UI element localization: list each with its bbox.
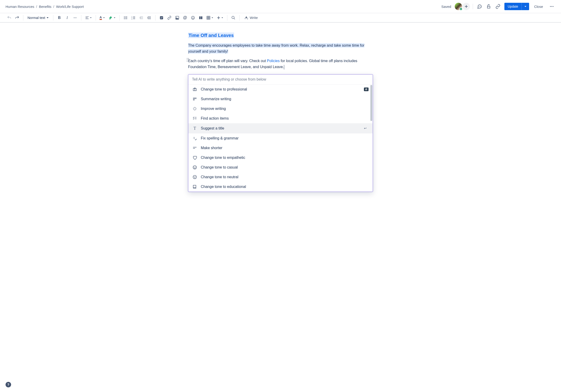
more-formatting-button[interactable] bbox=[71, 14, 79, 21]
image-button[interactable] bbox=[173, 14, 181, 21]
ai-sparkle-icon bbox=[244, 16, 248, 20]
indent-icon bbox=[147, 16, 151, 20]
ai-prompt-input[interactable] bbox=[192, 77, 369, 82]
breadcrumb-separator: / bbox=[36, 5, 37, 9]
mention-button[interactable]: @ bbox=[181, 14, 189, 21]
divider bbox=[23, 15, 23, 21]
more-button[interactable] bbox=[548, 3, 555, 10]
breadcrumb-separator: / bbox=[53, 5, 54, 9]
redo-button[interactable] bbox=[13, 14, 21, 21]
heart-icon bbox=[193, 155, 197, 160]
ai-write-button[interactable]: Write bbox=[242, 14, 260, 21]
ai-item-change-tone-professional[interactable]: Change tone to professional R bbox=[188, 84, 373, 94]
breadcrumb-item[interactable]: Human Resources bbox=[6, 5, 34, 9]
text-style-dropdown[interactable]: Normal text bbox=[26, 14, 51, 21]
shorter-icon bbox=[193, 146, 197, 150]
text-color-button[interactable]: A bbox=[98, 14, 107, 21]
numbered-list-button[interactable]: 123 bbox=[130, 14, 137, 21]
divider bbox=[155, 15, 155, 21]
svg-point-0 bbox=[479, 6, 479, 7]
insert-more-button[interactable] bbox=[215, 14, 225, 21]
ai-assistant-panel: Change tone to professional R Summarize … bbox=[188, 74, 373, 192]
policies-link[interactable]: Policies bbox=[267, 59, 280, 63]
task-icon bbox=[159, 16, 164, 20]
svg-rect-22 bbox=[201, 16, 202, 19]
svg-point-6 bbox=[74, 17, 74, 18]
svg-point-11 bbox=[124, 19, 125, 19]
summary-icon bbox=[193, 97, 197, 101]
svg-point-33 bbox=[193, 175, 197, 179]
svg-rect-23 bbox=[207, 16, 210, 19]
ai-item-improve[interactable]: Improve writing bbox=[188, 104, 373, 113]
ai-item-tone-empathetic[interactable]: Change tone to empathetic bbox=[188, 153, 373, 163]
task-button[interactable] bbox=[158, 14, 165, 21]
enter-icon bbox=[363, 127, 367, 130]
title-icon: T bbox=[193, 126, 197, 131]
ai-suggestions-list[interactable]: Change tone to professional R Summarize … bbox=[188, 84, 373, 192]
lock-open-icon bbox=[486, 4, 491, 9]
breadcrumb-item[interactable]: Work/Life Support bbox=[56, 5, 84, 9]
divider bbox=[473, 4, 473, 9]
ai-item-tone-neutral[interactable]: Change tone to neutral bbox=[188, 172, 373, 182]
breadcrumb: Human Resources / Benefits / Work/Life S… bbox=[6, 5, 84, 9]
update-dropdown-button[interactable] bbox=[521, 3, 529, 10]
link-icon bbox=[495, 4, 500, 9]
outdent-icon bbox=[139, 16, 143, 20]
alignment-button[interactable] bbox=[84, 14, 93, 21]
indent-button[interactable] bbox=[146, 14, 153, 21]
more-icon bbox=[550, 4, 554, 9]
emoji-icon bbox=[191, 16, 195, 20]
breadcrumb-item[interactable]: Benefits bbox=[39, 5, 51, 9]
ai-item-suggest-title[interactable]: T Suggest a title bbox=[188, 123, 373, 134]
svg-point-3 bbox=[550, 6, 551, 7]
svg-point-8 bbox=[76, 17, 76, 18]
ai-item-summarize[interactable]: Summarize writing bbox=[188, 94, 373, 104]
more-icon bbox=[73, 16, 77, 20]
briefcase-icon bbox=[193, 87, 197, 92]
emoji-button[interactable] bbox=[189, 14, 197, 21]
header-bar: Human Resources / Benefits / Work/Life S… bbox=[0, 0, 561, 13]
update-button[interactable]: Update bbox=[504, 3, 521, 10]
text-color-icon: A bbox=[100, 15, 102, 20]
close-button[interactable]: Close bbox=[531, 3, 546, 10]
avatar[interactable]: C bbox=[455, 3, 462, 10]
document-paragraph[interactable]: Each country's time off plan will vary. … bbox=[188, 58, 373, 70]
ai-item-fix-spelling[interactable]: A Fix spelling & grammar bbox=[188, 134, 373, 143]
lock-button[interactable] bbox=[485, 3, 492, 10]
insert-link-button[interactable] bbox=[166, 14, 173, 21]
bullet-list-button[interactable] bbox=[122, 14, 129, 21]
svg-point-18 bbox=[191, 16, 194, 19]
comments-button[interactable] bbox=[476, 3, 483, 10]
chevron-down-icon bbox=[221, 17, 223, 19]
sparkle-icon bbox=[193, 106, 197, 111]
scrollbar[interactable] bbox=[370, 85, 372, 121]
divider bbox=[227, 15, 227, 21]
svg-point-27 bbox=[187, 60, 188, 60]
svg-point-35 bbox=[195, 176, 196, 177]
bold-button[interactable]: B bbox=[56, 14, 63, 21]
svg-point-19 bbox=[192, 17, 193, 18]
document-paragraph[interactable]: The Company encourages employees to take… bbox=[188, 42, 373, 54]
ai-item-action-items[interactable]: Find action items bbox=[188, 113, 373, 123]
outdent-button[interactable] bbox=[138, 14, 145, 21]
paragraph-drag-handle[interactable] bbox=[187, 58, 189, 62]
chevron-down-icon bbox=[524, 5, 527, 8]
layouts-button[interactable] bbox=[197, 14, 205, 21]
find-button[interactable] bbox=[230, 14, 237, 21]
add-collaborator-button[interactable] bbox=[463, 3, 470, 10]
text-style-label: Normal text bbox=[28, 16, 45, 20]
document-heading[interactable]: Time Off and Leaves bbox=[188, 32, 373, 39]
checklist-icon bbox=[193, 116, 197, 121]
highlight-button[interactable] bbox=[107, 14, 117, 21]
link-button[interactable] bbox=[494, 3, 502, 10]
editor-content[interactable]: Time Off and Leaves The Company encourag… bbox=[183, 23, 378, 201]
ai-item-make-shorter[interactable]: Make shorter bbox=[188, 143, 373, 153]
layout-icon bbox=[199, 16, 203, 20]
ai-item-tone-educational[interactable]: Change tone to educational bbox=[188, 182, 373, 192]
undo-button[interactable] bbox=[6, 14, 13, 21]
mention-icon: @ bbox=[183, 15, 187, 20]
table-button[interactable] bbox=[205, 14, 215, 21]
ai-item-tone-casual[interactable]: Change tone to casual bbox=[188, 163, 373, 172]
italic-button[interactable]: I bbox=[64, 14, 71, 21]
plus-icon bbox=[217, 16, 220, 20]
